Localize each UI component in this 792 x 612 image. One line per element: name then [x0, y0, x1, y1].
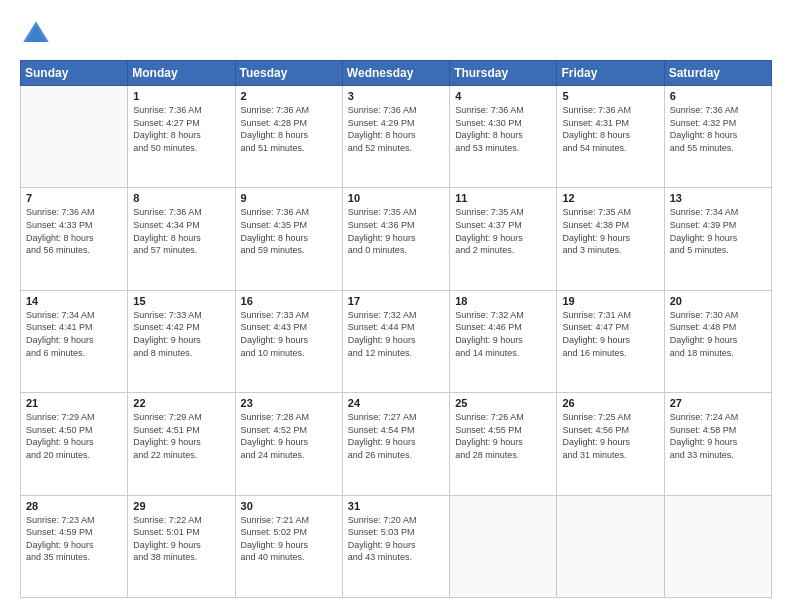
day-number: 23 — [241, 397, 337, 409]
day-info: Sunrise: 7:36 AM Sunset: 4:27 PM Dayligh… — [133, 104, 229, 154]
header — [20, 18, 772, 50]
calendar-cell: 5Sunrise: 7:36 AM Sunset: 4:31 PM Daylig… — [557, 86, 664, 188]
day-info: Sunrise: 7:36 AM Sunset: 4:29 PM Dayligh… — [348, 104, 444, 154]
day-info: Sunrise: 7:21 AM Sunset: 5:02 PM Dayligh… — [241, 514, 337, 564]
calendar-cell: 23Sunrise: 7:28 AM Sunset: 4:52 PM Dayli… — [235, 393, 342, 495]
day-number: 13 — [670, 192, 766, 204]
day-info: Sunrise: 7:33 AM Sunset: 4:42 PM Dayligh… — [133, 309, 229, 359]
day-info: Sunrise: 7:34 AM Sunset: 4:41 PM Dayligh… — [26, 309, 122, 359]
col-header-friday: Friday — [557, 61, 664, 86]
calendar-cell: 16Sunrise: 7:33 AM Sunset: 4:43 PM Dayli… — [235, 290, 342, 392]
calendar-cell: 28Sunrise: 7:23 AM Sunset: 4:59 PM Dayli… — [21, 495, 128, 597]
calendar-cell: 2Sunrise: 7:36 AM Sunset: 4:28 PM Daylig… — [235, 86, 342, 188]
day-number: 21 — [26, 397, 122, 409]
day-info: Sunrise: 7:24 AM Sunset: 4:58 PM Dayligh… — [670, 411, 766, 461]
calendar-cell: 18Sunrise: 7:32 AM Sunset: 4:46 PM Dayli… — [450, 290, 557, 392]
calendar-cell: 30Sunrise: 7:21 AM Sunset: 5:02 PM Dayli… — [235, 495, 342, 597]
calendar-cell: 20Sunrise: 7:30 AM Sunset: 4:48 PM Dayli… — [664, 290, 771, 392]
week-row-3: 21Sunrise: 7:29 AM Sunset: 4:50 PM Dayli… — [21, 393, 772, 495]
day-info: Sunrise: 7:25 AM Sunset: 4:56 PM Dayligh… — [562, 411, 658, 461]
day-number: 28 — [26, 500, 122, 512]
calendar-cell: 21Sunrise: 7:29 AM Sunset: 4:50 PM Dayli… — [21, 393, 128, 495]
calendar-cell: 10Sunrise: 7:35 AM Sunset: 4:36 PM Dayli… — [342, 188, 449, 290]
calendar-cell — [664, 495, 771, 597]
calendar-cell: 27Sunrise: 7:24 AM Sunset: 4:58 PM Dayli… — [664, 393, 771, 495]
day-info: Sunrise: 7:36 AM Sunset: 4:32 PM Dayligh… — [670, 104, 766, 154]
day-number: 12 — [562, 192, 658, 204]
calendar-cell: 11Sunrise: 7:35 AM Sunset: 4:37 PM Dayli… — [450, 188, 557, 290]
calendar-cell: 6Sunrise: 7:36 AM Sunset: 4:32 PM Daylig… — [664, 86, 771, 188]
day-number: 8 — [133, 192, 229, 204]
day-info: Sunrise: 7:26 AM Sunset: 4:55 PM Dayligh… — [455, 411, 551, 461]
calendar-cell: 15Sunrise: 7:33 AM Sunset: 4:42 PM Dayli… — [128, 290, 235, 392]
calendar-cell: 29Sunrise: 7:22 AM Sunset: 5:01 PM Dayli… — [128, 495, 235, 597]
logo — [20, 18, 58, 50]
day-info: Sunrise: 7:31 AM Sunset: 4:47 PM Dayligh… — [562, 309, 658, 359]
col-header-sunday: Sunday — [21, 61, 128, 86]
day-info: Sunrise: 7:36 AM Sunset: 4:31 PM Dayligh… — [562, 104, 658, 154]
day-info: Sunrise: 7:29 AM Sunset: 4:50 PM Dayligh… — [26, 411, 122, 461]
day-info: Sunrise: 7:30 AM Sunset: 4:48 PM Dayligh… — [670, 309, 766, 359]
calendar-cell: 19Sunrise: 7:31 AM Sunset: 4:47 PM Dayli… — [557, 290, 664, 392]
calendar-cell: 22Sunrise: 7:29 AM Sunset: 4:51 PM Dayli… — [128, 393, 235, 495]
day-info: Sunrise: 7:33 AM Sunset: 4:43 PM Dayligh… — [241, 309, 337, 359]
day-number: 20 — [670, 295, 766, 307]
header-row: SundayMondayTuesdayWednesdayThursdayFrid… — [21, 61, 772, 86]
day-number: 7 — [26, 192, 122, 204]
day-info: Sunrise: 7:36 AM Sunset: 4:33 PM Dayligh… — [26, 206, 122, 256]
day-number: 3 — [348, 90, 444, 102]
page: SundayMondayTuesdayWednesdayThursdayFrid… — [0, 0, 792, 612]
day-number: 26 — [562, 397, 658, 409]
day-info: Sunrise: 7:23 AM Sunset: 4:59 PM Dayligh… — [26, 514, 122, 564]
logo-icon — [20, 18, 52, 50]
day-info: Sunrise: 7:36 AM Sunset: 4:28 PM Dayligh… — [241, 104, 337, 154]
day-number: 30 — [241, 500, 337, 512]
day-info: Sunrise: 7:34 AM Sunset: 4:39 PM Dayligh… — [670, 206, 766, 256]
calendar-cell: 12Sunrise: 7:35 AM Sunset: 4:38 PM Dayli… — [557, 188, 664, 290]
calendar-cell: 13Sunrise: 7:34 AM Sunset: 4:39 PM Dayli… — [664, 188, 771, 290]
day-info: Sunrise: 7:35 AM Sunset: 4:37 PM Dayligh… — [455, 206, 551, 256]
day-number: 22 — [133, 397, 229, 409]
day-number: 16 — [241, 295, 337, 307]
day-number: 15 — [133, 295, 229, 307]
week-row-4: 28Sunrise: 7:23 AM Sunset: 4:59 PM Dayli… — [21, 495, 772, 597]
day-info: Sunrise: 7:35 AM Sunset: 4:38 PM Dayligh… — [562, 206, 658, 256]
day-info: Sunrise: 7:32 AM Sunset: 4:44 PM Dayligh… — [348, 309, 444, 359]
day-number: 11 — [455, 192, 551, 204]
day-number: 5 — [562, 90, 658, 102]
day-number: 2 — [241, 90, 337, 102]
day-number: 18 — [455, 295, 551, 307]
col-header-monday: Monday — [128, 61, 235, 86]
day-number: 1 — [133, 90, 229, 102]
week-row-2: 14Sunrise: 7:34 AM Sunset: 4:41 PM Dayli… — [21, 290, 772, 392]
day-number: 27 — [670, 397, 766, 409]
calendar-cell: 3Sunrise: 7:36 AM Sunset: 4:29 PM Daylig… — [342, 86, 449, 188]
calendar-cell: 1Sunrise: 7:36 AM Sunset: 4:27 PM Daylig… — [128, 86, 235, 188]
day-info: Sunrise: 7:20 AM Sunset: 5:03 PM Dayligh… — [348, 514, 444, 564]
calendar-cell: 9Sunrise: 7:36 AM Sunset: 4:35 PM Daylig… — [235, 188, 342, 290]
day-info: Sunrise: 7:28 AM Sunset: 4:52 PM Dayligh… — [241, 411, 337, 461]
day-info: Sunrise: 7:22 AM Sunset: 5:01 PM Dayligh… — [133, 514, 229, 564]
col-header-wednesday: Wednesday — [342, 61, 449, 86]
day-number: 10 — [348, 192, 444, 204]
day-number: 17 — [348, 295, 444, 307]
day-number: 19 — [562, 295, 658, 307]
calendar-cell: 17Sunrise: 7:32 AM Sunset: 4:44 PM Dayli… — [342, 290, 449, 392]
col-header-tuesday: Tuesday — [235, 61, 342, 86]
day-number: 25 — [455, 397, 551, 409]
day-number: 9 — [241, 192, 337, 204]
day-info: Sunrise: 7:29 AM Sunset: 4:51 PM Dayligh… — [133, 411, 229, 461]
calendar-cell: 8Sunrise: 7:36 AM Sunset: 4:34 PM Daylig… — [128, 188, 235, 290]
day-number: 4 — [455, 90, 551, 102]
week-row-1: 7Sunrise: 7:36 AM Sunset: 4:33 PM Daylig… — [21, 188, 772, 290]
day-number: 24 — [348, 397, 444, 409]
calendar-cell — [557, 495, 664, 597]
day-number: 6 — [670, 90, 766, 102]
calendar-cell: 24Sunrise: 7:27 AM Sunset: 4:54 PM Dayli… — [342, 393, 449, 495]
day-info: Sunrise: 7:27 AM Sunset: 4:54 PM Dayligh… — [348, 411, 444, 461]
calendar-cell: 4Sunrise: 7:36 AM Sunset: 4:30 PM Daylig… — [450, 86, 557, 188]
calendar-cell: 14Sunrise: 7:34 AM Sunset: 4:41 PM Dayli… — [21, 290, 128, 392]
calendar-cell: 7Sunrise: 7:36 AM Sunset: 4:33 PM Daylig… — [21, 188, 128, 290]
col-header-thursday: Thursday — [450, 61, 557, 86]
day-number: 14 — [26, 295, 122, 307]
